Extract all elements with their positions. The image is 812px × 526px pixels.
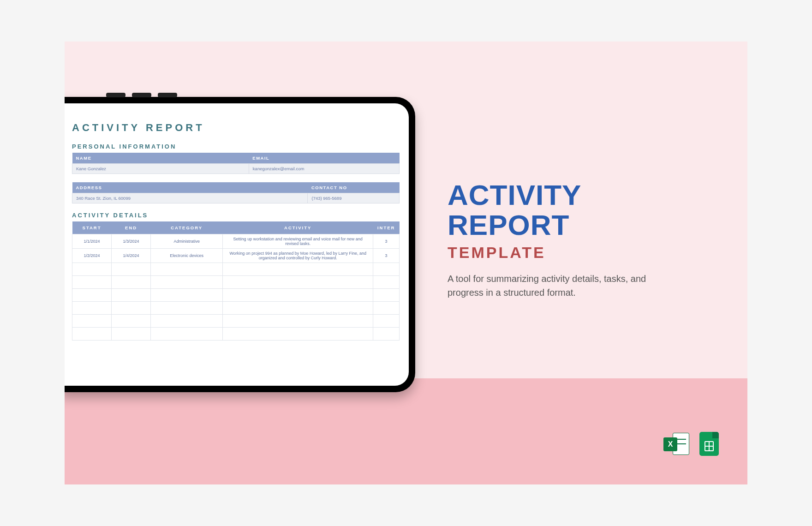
- personal-info-table-1: NAME EMAIL Kane Gonzalez kanegonzalex@em…: [72, 153, 400, 174]
- table-row: [72, 328, 400, 341]
- activity-details-label: ACTIVITY DETAILS: [72, 212, 400, 219]
- promo-subtitle: TEMPLATE: [448, 244, 710, 262]
- table-row: 1/1/2024 1/3/2024 Administrative Setting…: [72, 234, 400, 249]
- cell-activity: Setting up workstation and reviewing ema…: [223, 234, 373, 249]
- activity-details-table: START END CATEGORY ACTIVITY INTER 1/1/20…: [72, 221, 400, 341]
- cell-end: 1/4/2024: [112, 249, 151, 263]
- cell-category: Administrative: [151, 234, 223, 249]
- contact-header: CONTACT NO: [308, 182, 400, 193]
- excel-icon: X: [663, 431, 689, 457]
- cell-start: 1/1/2024: [72, 234, 112, 249]
- promo-title: ACTIVITY REPORT: [448, 180, 710, 240]
- col-start: START: [72, 221, 112, 234]
- table-row: [72, 263, 400, 276]
- col-category: CATEGORY: [151, 221, 223, 234]
- table-row: [72, 302, 400, 315]
- promo-description: A tool for summarizing activity details,…: [448, 272, 660, 299]
- personal-info-table-2: ADDRESS CONTACT NO 340 Race St. Zion, IL…: [72, 182, 400, 203]
- cell-inter: 3: [373, 249, 400, 263]
- report-title: ACTIVITY REPORT: [72, 122, 400, 134]
- col-inter: INTER: [373, 221, 400, 234]
- google-sheets-icon: [697, 431, 722, 457]
- excel-glyph: X: [663, 437, 677, 451]
- col-activity: ACTIVITY: [223, 221, 373, 234]
- tablet-side-buttons: [106, 93, 177, 97]
- cell-end: 1/3/2024: [112, 234, 151, 249]
- cell-activity: Working on project 994 as planned by Moe…: [223, 249, 373, 263]
- promo-title-line2: REPORT: [448, 209, 569, 241]
- name-value: Kane Gonzalez: [72, 164, 249, 174]
- promo-copy: ACTIVITY REPORT TEMPLATE A tool for summ…: [448, 180, 710, 299]
- table-row: 1/2/2024 1/4/2024 Electronic devices Wor…: [72, 249, 400, 263]
- email-header: EMAIL: [249, 153, 399, 164]
- table-row: [72, 276, 400, 289]
- cell-category: Electronic devices: [151, 249, 223, 263]
- table-row: [72, 289, 400, 302]
- promo-title-line1: ACTIVITY: [448, 179, 581, 211]
- address-value: 340 Race St. Zion, IL 60099: [72, 193, 308, 203]
- address-header: ADDRESS: [72, 182, 308, 193]
- cell-inter: 3: [373, 234, 400, 249]
- format-icons: X: [663, 431, 722, 457]
- name-header: NAME: [72, 153, 249, 164]
- table-row: [72, 315, 400, 328]
- col-end: END: [112, 221, 151, 234]
- contact-value: (743) 965-5689: [308, 193, 400, 203]
- cell-start: 1/2/2024: [72, 249, 112, 263]
- tablet-mockup: ACTIVITY REPORT PERSONAL INFORMATION NAM…: [65, 97, 415, 392]
- email-value: kanegonzalex@email.com: [249, 164, 399, 174]
- promo-canvas: ACTIVITY REPORT PERSONAL INFORMATION NAM…: [65, 42, 747, 484]
- tablet-screen: ACTIVITY REPORT PERSONAL INFORMATION NAM…: [65, 103, 409, 386]
- personal-info-label: PERSONAL INFORMATION: [72, 143, 400, 150]
- details-header-row: START END CATEGORY ACTIVITY INTER: [72, 221, 400, 234]
